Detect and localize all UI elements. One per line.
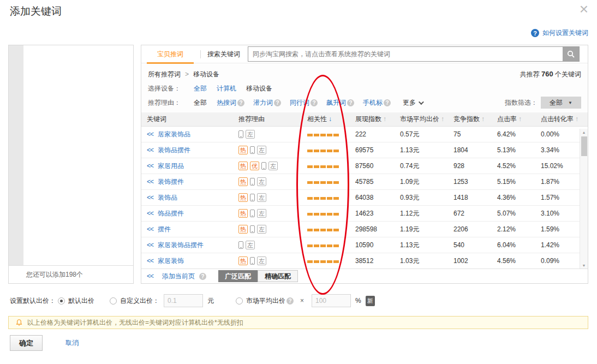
column-header-3[interactable]: 展现指数↑ xyxy=(350,115,395,124)
device-option-all[interactable]: 全部 xyxy=(194,84,207,93)
more-dropdown[interactable]: 更多 xyxy=(403,98,422,108)
search-button[interactable] xyxy=(563,47,579,61)
index-filter-dropdown[interactable]: 全部 ▼ xyxy=(541,97,581,109)
page-title: 添加关键词 xyxy=(10,4,62,19)
keyword-link[interactable]: 居家装饰品 xyxy=(158,130,190,138)
reason-option-all[interactable]: 全部 xyxy=(194,98,207,108)
reason-option-hot[interactable]: 热搜词 xyxy=(217,98,236,108)
help-icon[interactable]: ? xyxy=(199,273,206,280)
reason-option-mobile-tag[interactable]: 手机标 xyxy=(363,98,383,108)
market-bid-radio[interactable] xyxy=(236,297,243,305)
sort-asc-icon[interactable]: ↑ xyxy=(383,115,386,123)
competition-value: 75 xyxy=(448,130,492,138)
keyword-link[interactable]: 饰品摆件 xyxy=(158,210,184,217)
column-header-2[interactable]: 相关性↓ xyxy=(302,115,350,124)
close-icon[interactable]: × xyxy=(580,0,588,19)
help-icon[interactable]: ? xyxy=(274,99,281,106)
device-option-mobile[interactable]: 移动设备 xyxy=(246,84,272,93)
breadcrumb-root[interactable]: 所有推荐词 xyxy=(148,70,181,79)
tab-item-recommend[interactable]: 宝贝推词 xyxy=(147,45,194,63)
relevance-bar xyxy=(307,244,313,247)
default-bid-label[interactable]: 默认出价 xyxy=(68,296,94,306)
tab-search-keywords[interactable]: 搜索关键词 xyxy=(207,50,240,59)
help-icon[interactable]: ? xyxy=(311,99,318,106)
relevance-bar xyxy=(333,213,339,216)
impressions-value: 14623 xyxy=(350,210,395,217)
phone-icon xyxy=(238,130,243,138)
custom-bid-radio[interactable] xyxy=(110,297,117,305)
column-header-7[interactable]: 点击转化率↑ xyxy=(535,115,580,124)
relevance-bar xyxy=(333,244,339,247)
relevance-bar xyxy=(320,181,326,184)
keyword-link[interactable]: 家居装饰 xyxy=(158,257,184,265)
column-header-6[interactable]: 点击率↑ xyxy=(492,115,535,124)
reason-option-peer[interactable]: 同行词 xyxy=(290,98,309,108)
relevance-bar xyxy=(307,165,313,168)
keyword-link[interactable]: 装饰品 xyxy=(158,194,177,201)
keyword-cell: <<装饰品 xyxy=(141,193,233,202)
column-header-label: 点击转化率 xyxy=(541,115,574,123)
help-icon[interactable]: ? xyxy=(286,297,294,305)
sort-asc-icon[interactable]: ↑ xyxy=(518,115,522,123)
broad-match-button[interactable]: 广泛匹配 xyxy=(218,270,258,282)
avg_price-value: 1.03元 xyxy=(395,256,448,266)
add-current-page-link[interactable]: 添加当前页 xyxy=(162,272,195,281)
reason-option-potential[interactable]: 潜力词 xyxy=(253,98,273,108)
keyword-link[interactable]: 装饰品摆件 xyxy=(158,146,190,154)
competition-value: 2206 xyxy=(448,225,492,233)
competition-value: 928 xyxy=(448,162,492,170)
sort-asc-icon[interactable]: ↑ xyxy=(575,115,578,123)
scrollbar-thumb[interactable] xyxy=(581,136,587,156)
add-keyword-button[interactable]: << xyxy=(147,225,153,233)
help-icon[interactable]: ? xyxy=(384,99,391,106)
relevance-bar xyxy=(320,134,326,136)
add-keyword-button[interactable]: << xyxy=(147,178,153,186)
reason-option-rising[interactable]: 飙升词 xyxy=(326,98,346,108)
keyword-search-input[interactable] xyxy=(248,47,563,61)
cancel-link[interactable]: 取消 xyxy=(65,338,79,348)
custom-bid-label[interactable]: 自定义出价： xyxy=(120,296,159,306)
avg_price-value: 0.57元 xyxy=(395,130,448,139)
add-keyword-button[interactable]: << xyxy=(147,146,153,154)
percent-sign: % xyxy=(355,297,361,305)
market-bid-label[interactable]: 市场平均出价 xyxy=(246,296,285,306)
how-to-set-keywords-link[interactable]: 如何设置关键词 xyxy=(542,28,588,38)
add-keyword-button[interactable]: << xyxy=(147,257,153,265)
add-keyword-button[interactable]: << xyxy=(147,162,153,170)
sort-asc-icon[interactable]: ↑ xyxy=(441,115,444,123)
relevance-bar xyxy=(307,213,313,216)
column-header-5[interactable]: 竞争指数↑ xyxy=(448,115,492,124)
scroll-down-icon[interactable]: ▼ xyxy=(580,262,588,268)
exact-match-button[interactable]: 精确匹配 xyxy=(258,270,298,282)
sort-desc-icon[interactable]: ↓ xyxy=(329,115,332,123)
tab-divider xyxy=(200,50,201,58)
device-option-pc[interactable]: 计算机 xyxy=(217,84,236,93)
selected-keywords-panel[interactable]: 您还可以添加198个 xyxy=(8,45,134,284)
chevron-down-icon xyxy=(419,99,424,105)
add-current-page-prefix[interactable]: << xyxy=(147,272,153,280)
add-keyword-button[interactable]: << xyxy=(147,210,153,217)
keyword-link[interactable]: 摆件 xyxy=(158,225,171,233)
keyword-link[interactable]: 装饰摆件 xyxy=(158,178,184,186)
keyword-link[interactable]: 家居用品 xyxy=(158,162,184,170)
badge-hot: 热 xyxy=(238,225,248,234)
keyword-cell: <<居家装饰品 xyxy=(141,130,233,139)
default-bid-radio[interactable] xyxy=(58,297,65,305)
help-icon[interactable]: ? xyxy=(347,99,354,106)
relevance-bar xyxy=(333,150,339,152)
help-icon[interactable]: ? xyxy=(531,29,539,37)
keyword-link[interactable]: 家居装饰品摆件 xyxy=(158,241,204,249)
confirm-button[interactable]: 确定 xyxy=(10,335,43,351)
ctr-value: 4.52% xyxy=(492,162,535,170)
add-keyword-button[interactable]: << xyxy=(147,241,153,249)
table-scrollbar[interactable]: ▲ ▼ xyxy=(580,129,588,268)
scroll-up-icon[interactable]: ▲ xyxy=(580,129,588,135)
sort-asc-icon[interactable]: ↑ xyxy=(481,115,485,123)
help-icon[interactable]: ? xyxy=(237,99,244,106)
add-keyword-button[interactable]: << xyxy=(147,130,153,138)
add-keyword-button[interactable]: << xyxy=(147,194,153,201)
custom-bid-input[interactable] xyxy=(164,294,203,307)
avg_price-value: 0.93元 xyxy=(395,193,448,202)
market-bid-percent-input[interactable] xyxy=(312,294,351,307)
column-header-4[interactable]: 市场平均出价↑ xyxy=(395,115,448,124)
